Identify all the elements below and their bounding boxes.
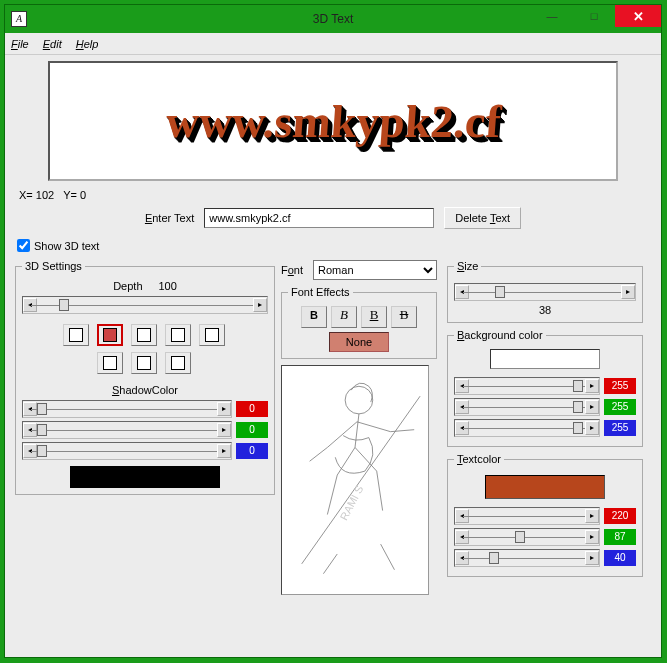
dir-btn-7[interactable] <box>131 352 157 374</box>
close-button[interactable]: ✕ <box>615 5 661 27</box>
svg-text:RAMI S: RAMI S <box>337 483 365 522</box>
effect-none-button[interactable]: None <box>329 332 389 352</box>
bg-b-slider[interactable]: ◂▸ <box>454 419 600 437</box>
font-combo[interactable]: Roman <box>313 260 437 280</box>
size-group: Size ◂▸ 38 <box>447 260 643 323</box>
enter-text-input[interactable] <box>204 208 434 228</box>
svg-line-1 <box>302 396 420 564</box>
txt-g-slider[interactable]: ◂▸ <box>454 528 600 546</box>
show-3d-checkbox[interactable] <box>17 239 30 252</box>
bold-button[interactable]: B <box>301 306 327 328</box>
bg-g-slider[interactable]: ◂▸ <box>454 398 600 416</box>
shadow-g-value: 0 <box>236 422 268 438</box>
txt-g-value: 87 <box>604 529 636 545</box>
textcolor-legend: Textcolor <box>454 453 504 465</box>
delete-text-button[interactable]: Delete Text <box>444 207 521 229</box>
bgcolor-group: Background color ◂▸255 ◂▸255 ◂▸255 <box>447 329 643 447</box>
app-window: A 3D Text — □ ✕ File Edit Help www.smkyp… <box>4 4 662 658</box>
menu-edit[interactable]: Edit <box>43 38 62 50</box>
font-effects-group: Font Effects B B B B None <box>281 286 437 359</box>
shadowcolor-label: ShadowColor <box>22 384 268 396</box>
coordinates-readout: X= 102 Y= 0 <box>15 187 651 207</box>
bg-g-value: 255 <box>604 399 636 415</box>
app-icon: A <box>11 11 27 27</box>
strike-button[interactable]: B <box>391 306 417 328</box>
dir-btn-3[interactable] <box>131 324 157 346</box>
dir-btn-8[interactable] <box>165 352 191 374</box>
dir-btn-4[interactable] <box>165 324 191 346</box>
font-effects-legend: Font Effects <box>288 286 353 298</box>
depth-slider[interactable]: ◂▸ <box>22 296 268 314</box>
minimize-button[interactable]: — <box>531 5 573 27</box>
bg-r-slider[interactable]: ◂▸ <box>454 377 600 395</box>
shadow-b-value: 0 <box>236 443 268 459</box>
textcolor-group: Textcolor ◂▸220 ◂▸87 ◂▸40 <box>447 453 643 577</box>
3d-settings-legend: 3D Settings <box>22 260 85 272</box>
titlebar[interactable]: A 3D Text — □ ✕ <box>5 5 661 33</box>
menu-file[interactable]: File <box>11 38 29 50</box>
menubar: File Edit Help <box>5 33 661 55</box>
txt-b-slider[interactable]: ◂▸ <box>454 549 600 567</box>
dir-btn-6[interactable] <box>97 352 123 374</box>
preview-3d-text: www.smkypk2.cf <box>164 95 503 148</box>
txt-r-value: 220 <box>604 508 636 524</box>
svg-point-0 <box>345 386 373 414</box>
enter-text-label: Enter Text <box>145 212 194 224</box>
bg-r-value: 255 <box>604 378 636 394</box>
bg-b-value: 255 <box>604 420 636 436</box>
dir-btn-2[interactable] <box>97 324 123 346</box>
depth-label: Depth100 <box>22 280 268 292</box>
shadow-r-value: 0 <box>236 401 268 417</box>
shadow-r-slider[interactable]: ◂▸ <box>22 400 232 418</box>
menu-help[interactable]: Help <box>76 38 99 50</box>
bgcolor-swatch[interactable] <box>490 349 600 369</box>
shadow-g-slider[interactable]: ◂▸ <box>22 421 232 439</box>
preview-canvas[interactable]: www.smkypk2.cf <box>48 61 618 181</box>
textcolor-swatch[interactable] <box>485 475 605 499</box>
show-3d-label: Show 3D text <box>34 240 99 252</box>
bgcolor-legend: Background color <box>454 329 546 341</box>
window-title: 3D Text <box>313 12 353 26</box>
size-value: 38 <box>454 304 636 316</box>
font-label: Font <box>281 264 303 276</box>
character-image: RAMI S <box>281 365 429 595</box>
dir-btn-1[interactable] <box>63 324 89 346</box>
direction-palette <box>22 324 268 374</box>
italic-button[interactable]: B <box>331 306 357 328</box>
size-legend: Size <box>454 260 481 272</box>
shadow-swatch[interactable] <box>70 466 220 488</box>
underline-button[interactable]: B <box>361 306 387 328</box>
txt-b-value: 40 <box>604 550 636 566</box>
size-slider[interactable]: ◂▸ <box>454 283 636 301</box>
shadow-b-slider[interactable]: ◂▸ <box>22 442 232 460</box>
txt-r-slider[interactable]: ◂▸ <box>454 507 600 525</box>
maximize-button[interactable]: □ <box>573 5 615 27</box>
dir-btn-5[interactable] <box>199 324 225 346</box>
3d-settings-group: 3D Settings Depth100 ◂▸ <box>15 260 275 495</box>
